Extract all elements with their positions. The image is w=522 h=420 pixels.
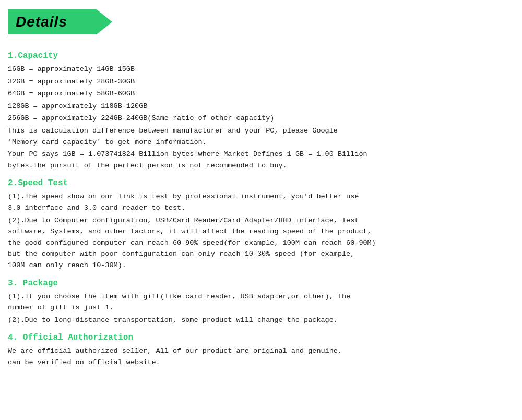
section-paragraph-package-1: (2).Due to long-distance transportation,…	[8, 315, 514, 326]
sections-container: 1.Capacity16GB = approximately 14GB-15GB…	[8, 51, 514, 368]
section-package: 3. Package(1).If you choose the item wit…	[8, 279, 514, 326]
section-paragraph-capacity-4: 256GB = approximately 224GB-240GB(Same r…	[8, 113, 514, 124]
section-paragraph-capacity-1: 32GB = approximately 28GB-30GB	[8, 76, 514, 88]
section-heading-speed-test: 2.Speed Test	[8, 178, 514, 188]
details-title: Details	[16, 14, 67, 30]
section-paragraph-package-0: (1).If you choose the item with gift(lik…	[8, 291, 514, 314]
section-paragraph-speed-test-1: (2).Due to Computer configuration, USB/C…	[8, 215, 514, 271]
section-paragraph-capacity-0: 16GB = approximately 14GB-15GB	[8, 64, 514, 75]
section-paragraph-capacity-2: 64GB = approximately 58GB-60GB	[8, 88, 514, 100]
section-paragraph-official-authorization-0: We are official authorized seller, All o…	[8, 345, 514, 368]
section-paragraph-capacity-5: This is calculation difference between m…	[8, 125, 514, 148]
section-heading-package: 3. Package	[8, 279, 514, 288]
section-capacity: 1.Capacity16GB = approximately 14GB-15GB…	[8, 51, 514, 171]
section-paragraph-capacity-6: Your PC says 1GB = 1.073741824 Billion b…	[8, 149, 514, 171]
section-heading-capacity: 1.Capacity	[8, 51, 514, 61]
section-official-authorization: 4. Official AuthorizationWe are official…	[8, 333, 514, 368]
details-banner: Details	[8, 9, 112, 34]
section-speed-test: 2.Speed Test(1).The speed show on our li…	[8, 178, 514, 271]
section-paragraph-capacity-3: 128GB = approximately 118GB-120GB	[8, 101, 514, 112]
page-container: Details 1.Capacity16GB = approximately 1…	[0, 0, 522, 420]
section-heading-official-authorization: 4. Official Authorization	[8, 333, 514, 342]
section-paragraph-speed-test-0: (1).The speed show on our link is test b…	[8, 191, 514, 213]
